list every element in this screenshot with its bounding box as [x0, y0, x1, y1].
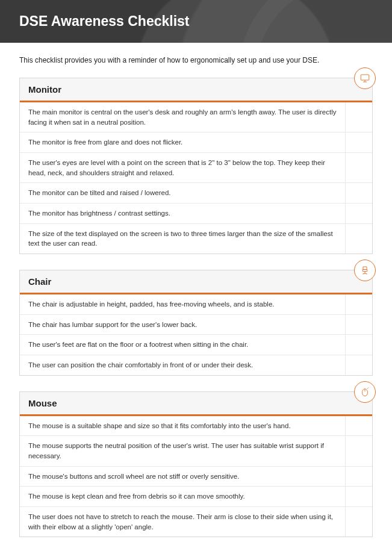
section-monitor: Monitor The main monitor is central on t…: [19, 78, 373, 254]
checklist-row: The chair is adjustable in height, padde…: [20, 294, 372, 314]
checkbox-cell[interactable]: [346, 467, 372, 487]
checkbox-cell[interactable]: [346, 102, 372, 132]
checkbox-cell[interactable]: [346, 355, 372, 375]
page-content: This checklist provides you with a remin…: [0, 43, 392, 554]
section-header-chair: Chair: [20, 270, 372, 294]
mouse-icon: [354, 381, 376, 403]
svg-rect-0: [361, 75, 369, 80]
checklist-text: The mouse's buttons and scroll wheel are…: [20, 467, 346, 487]
checkbox-cell[interactable]: [346, 224, 372, 254]
checklist-text: The user's eyes are level with a point o…: [20, 153, 346, 182]
checklist-row: The monitor can be tilted and raised / l…: [20, 182, 372, 203]
section-title: Chair: [28, 276, 364, 287]
checklist-row: The monitor is free from glare and does …: [20, 132, 372, 152]
checkbox-cell[interactable]: [346, 487, 372, 506]
checklist-row: The user's feet are flat on the floor or…: [20, 334, 372, 355]
monitor-icon: [354, 67, 376, 89]
checklist-row: The mouse is a suitable shape and size s…: [20, 416, 372, 436]
section-mouse: Mouse The mouse is a suitable shape and …: [19, 391, 373, 538]
checklist-row: The user's eyes are level with a point o…: [20, 152, 372, 182]
checklist-row: The user can position the chair comforta…: [20, 355, 372, 375]
checkbox-cell[interactable]: [346, 132, 372, 152]
checkbox-cell[interactable]: [346, 153, 372, 182]
checklist-text: The mouse is a suitable shape and size s…: [20, 416, 346, 436]
checklist-row: The mouse's buttons and scroll wheel are…: [20, 466, 372, 487]
checkbox-cell[interactable]: [346, 315, 372, 335]
checklist-row: The mouse is kept clean and free from de…: [20, 486, 372, 506]
checklist-text: The monitor is free from glare and does …: [20, 132, 346, 152]
chair-icon: [354, 260, 376, 281]
checkbox-cell[interactable]: [346, 507, 372, 537]
intro-text: This checklist provides you with a remin…: [19, 56, 373, 64]
checklist-text: The monitor has brightness / contrast se…: [20, 204, 346, 223]
checkbox-cell[interactable]: [346, 436, 372, 465]
checklist-text: The size of the text displayed on the sc…: [20, 224, 346, 254]
section-chair: Chair The chair is adjustable in height,…: [19, 270, 373, 376]
checkbox-cell[interactable]: [346, 335, 372, 355]
checklist-text: The main monitor is central on the user'…: [20, 102, 346, 132]
checklist-text: The mouse supports the neutral position …: [20, 436, 346, 465]
checklist-row: The chair has lumbar support for the use…: [20, 314, 372, 335]
section-title: Monitor: [28, 84, 364, 95]
checklist-row: The user does not have to stretch to rea…: [20, 506, 372, 537]
checklist-row: The size of the text displayed on the sc…: [20, 223, 372, 254]
checklist-row: The mouse supports the neutral position …: [20, 435, 372, 465]
checklist-text: The monitor can be tilted and raised / l…: [20, 183, 346, 203]
checklist-text: The user can position the chair comforta…: [20, 355, 346, 375]
checklist-row: The main monitor is central on the user'…: [20, 102, 372, 132]
checkbox-cell[interactable]: [346, 294, 372, 314]
section-header-monitor: Monitor: [20, 78, 372, 102]
section-header-mouse: Mouse: [20, 392, 372, 416]
checklist-text: The user's feet are flat on the floor or…: [20, 335, 346, 355]
svg-line-9: [367, 387, 369, 388]
page-title: DSE Awareness Checklist: [19, 13, 373, 30]
page-header: DSE Awareness Checklist: [0, 0, 392, 43]
checklist-row: The monitor has brightness / contrast se…: [20, 203, 372, 223]
section-title: Mouse: [28, 398, 364, 408]
checkbox-cell[interactable]: [346, 183, 372, 203]
checkbox-cell[interactable]: [346, 416, 372, 436]
checkbox-cell[interactable]: [346, 204, 372, 223]
checklist-text: The mouse is kept clean and free from de…: [20, 487, 346, 506]
checklist-text: The user does not have to stretch to rea…: [20, 507, 346, 537]
checklist-text: The chair has lumbar support for the use…: [20, 315, 346, 335]
checklist-text: The chair is adjustable in height, padde…: [20, 294, 346, 314]
